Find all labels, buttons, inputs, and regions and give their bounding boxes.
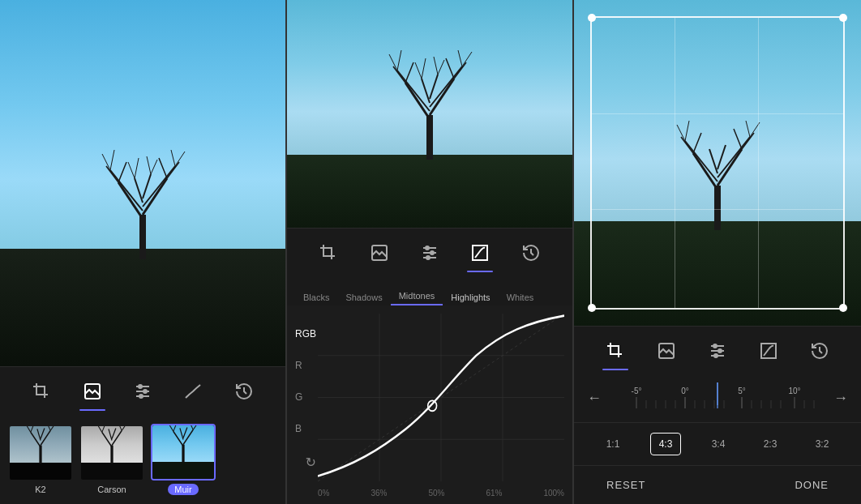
rotation-ruler[interactable]: -5° 0° 5° 10°	[612, 382, 823, 415]
history-tool-left[interactable]	[231, 378, 257, 404]
filters-panel: K2	[0, 0, 287, 504]
channel-rgb[interactable]: RGB	[295, 328, 316, 340]
svg-line-38	[97, 425, 102, 432]
svg-point-23	[139, 385, 142, 388]
image-tool-left[interactable]	[79, 378, 105, 404]
svg-rect-35	[110, 445, 113, 463]
photo-area-left	[0, 0, 285, 366]
filter-muir-label: Muir	[168, 484, 198, 495]
svg-line-29	[26, 425, 31, 432]
tone-curve-tool-left[interactable]	[180, 378, 206, 404]
history-tool-right[interactable]	[807, 338, 833, 364]
svg-line-94	[693, 133, 701, 153]
svg-line-65	[462, 52, 472, 66]
tab-whites[interactable]: Whites	[499, 289, 542, 305]
aspect-3-4[interactable]: 3:4	[704, 434, 734, 455]
filter-carson[interactable]: Carson	[79, 425, 144, 494]
svg-line-15	[128, 162, 135, 178]
filter-muir[interactable]: Muir	[151, 424, 216, 495]
aspect-strip: 1:1 4:3 3:4 2:3 3:2	[574, 423, 861, 465]
svg-point-78	[426, 256, 430, 259]
back-arrow-icon[interactable]: ←	[587, 390, 602, 407]
tone-curve-tool-right[interactable]	[756, 338, 782, 364]
filter-k2[interactable]: K2	[8, 425, 73, 494]
channel-g[interactable]: G	[295, 391, 316, 403]
svg-line-63	[397, 50, 401, 70]
adjust-tool-middle[interactable]	[417, 240, 443, 266]
svg-line-46	[183, 429, 193, 444]
svg-line-5	[106, 166, 118, 182]
svg-line-61	[454, 62, 466, 79]
svg-line-12	[175, 152, 185, 166]
reset-button[interactable]: RESET	[606, 479, 645, 491]
pct-61: 61%	[486, 489, 502, 498]
crop-tool-left[interactable]	[28, 378, 54, 404]
image-tool-middle[interactable]	[366, 240, 392, 266]
filter-carson-label: Carson	[97, 485, 126, 494]
svg-point-24	[144, 390, 147, 393]
svg-line-102	[718, 145, 726, 169]
toolbar-middle	[287, 228, 572, 276]
svg-line-71	[438, 60, 444, 75]
photo-area-right	[574, 0, 861, 326]
forward-arrow-icon[interactable]: →	[833, 390, 848, 407]
svg-point-109	[714, 354, 718, 357]
svg-rect-26	[39, 445, 41, 463]
svg-line-6	[118, 162, 126, 182]
svg-line-47	[169, 424, 173, 431]
undo-icon[interactable]: ↺	[295, 455, 316, 470]
svg-point-77	[430, 251, 434, 254]
tab-shadows[interactable]: Shadows	[337, 289, 390, 305]
svg-line-42	[109, 429, 112, 440]
tree-scene-middle	[287, 0, 572, 228]
adjust-tool-right[interactable]	[705, 338, 730, 364]
rotation-area: ← -5° 0° 5° 10°	[574, 374, 861, 423]
tone-curve-tool-middle[interactable]	[467, 240, 493, 266]
history-tool-middle[interactable]	[518, 240, 544, 266]
svg-line-34	[41, 428, 45, 438]
svg-line-100	[750, 122, 760, 137]
svg-line-52	[183, 427, 187, 438]
svg-point-76	[426, 246, 429, 250]
svg-line-7	[159, 158, 167, 178]
image-tool-right[interactable]	[653, 338, 679, 364]
svg-rect-53	[426, 115, 433, 160]
svg-rect-88	[714, 186, 721, 230]
aspect-3-2[interactable]: 3:2	[807, 434, 837, 455]
ruler-label-10: 10°	[788, 387, 800, 395]
svg-line-59	[405, 62, 413, 83]
crop-tool-right[interactable]	[602, 338, 628, 364]
done-button[interactable]: DONE	[795, 479, 829, 491]
svg-line-101	[709, 149, 718, 173]
svg-line-14	[143, 174, 151, 199]
aspect-1-1[interactable]: 1:1	[598, 434, 628, 455]
svg-line-58	[393, 66, 405, 83]
svg-line-31	[46, 425, 50, 430]
svg-line-2	[143, 178, 167, 215]
channel-r[interactable]: R	[295, 360, 316, 371]
svg-line-43	[112, 428, 116, 438]
tab-highlights[interactable]: Highlights	[443, 289, 498, 305]
tab-midtones[interactable]: Midtones	[391, 288, 443, 305]
filter-carson-thumb	[79, 425, 144, 481]
svg-line-54	[405, 83, 430, 119]
aspect-2-3[interactable]: 2:3	[756, 434, 786, 455]
svg-line-97	[677, 125, 685, 141]
filter-k2-label: K2	[35, 485, 45, 494]
toolbar-right	[574, 326, 861, 374]
tab-blacks[interactable]: Blacks	[295, 289, 337, 305]
svg-line-18	[151, 160, 157, 174]
svg-line-99	[746, 121, 750, 137]
crop-tool-middle[interactable]	[315, 240, 341, 266]
tree-scene-left	[0, 0, 285, 366]
svg-line-10	[110, 150, 114, 170]
svg-line-55	[430, 79, 454, 115]
channel-b[interactable]: B	[295, 423, 316, 434]
svg-line-93	[681, 137, 693, 153]
curves-tabs: Blacks Shadows Midtones Highlights White…	[287, 276, 572, 305]
aspect-4-3[interactable]: 4:3	[650, 433, 682, 455]
tone-curve-svg	[318, 314, 564, 481]
svg-point-108	[718, 349, 722, 352]
ground-right	[574, 221, 861, 326]
adjust-tool-left[interactable]	[130, 378, 156, 404]
